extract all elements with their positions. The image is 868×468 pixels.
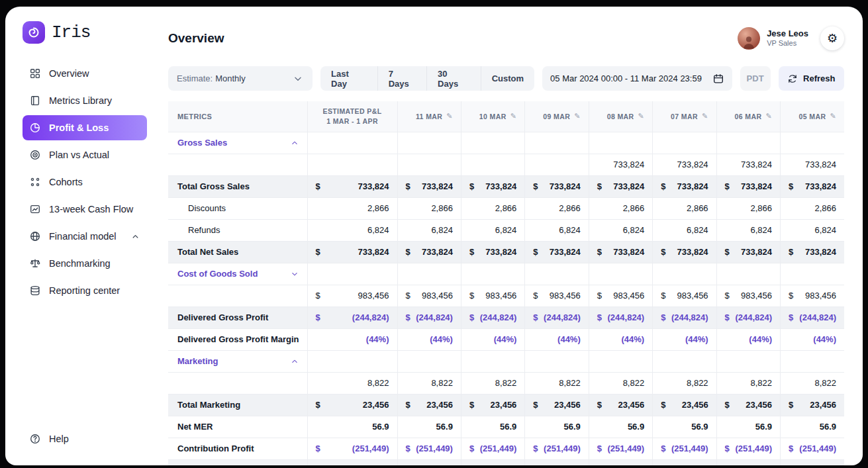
- cell: (44%): [525, 328, 589, 350]
- sidebar-item-metrics-library[interactable]: Metrics Library: [23, 88, 147, 113]
- sidebar-item-financial-model[interactable]: Financial model: [23, 224, 147, 249]
- cell: $733,824: [653, 175, 716, 197]
- sidebar-item-profit-loss[interactable]: Profit & Loss: [23, 115, 147, 140]
- table-row-values: 8,8228,8228,8228,8228,8228,8228,8228,822: [168, 372, 844, 394]
- sidebar-item-reporting-center[interactable]: Reporting center: [23, 278, 147, 303]
- avatar: [738, 27, 760, 50]
- pie-icon: [29, 122, 41, 134]
- cell: $733,824: [307, 175, 397, 197]
- cell: $(244,824): [716, 306, 780, 328]
- chevron-down-icon: [292, 73, 304, 85]
- cell: 8,822: [716, 372, 780, 394]
- metric-label: Total Marketing: [168, 394, 307, 416]
- range-30-days-button[interactable]: 30 Days: [426, 66, 481, 91]
- table-row-delivered-gross-profit: Delivered Gross Profit$(244,824)$(244,82…: [168, 306, 844, 328]
- cell: [653, 132, 716, 154]
- cell: $(244,824): [461, 306, 524, 328]
- section-label[interactable]: Marketing: [177, 356, 218, 366]
- cell: $23,456: [397, 394, 461, 416]
- column-header-06-mar: 06 MAR✎: [716, 101, 780, 132]
- chevron-up-icon[interactable]: [290, 357, 299, 366]
- user-menu[interactable]: Jese Leos VP Sales: [738, 27, 808, 50]
- edit-column-icon[interactable]: ✎: [510, 112, 517, 120]
- main-content: Overview Jese Leos VP Sales ⚙ Est: [155, 7, 863, 465]
- cell: $(45.8%): [653, 459, 716, 465]
- cell: $(244,824): [307, 306, 397, 328]
- chevron-down-icon[interactable]: [290, 269, 299, 279]
- cell: $(251,449): [589, 438, 652, 459]
- edit-column-icon[interactable]: ✎: [446, 112, 453, 120]
- column-header-10-mar: 10 MAR✎: [461, 101, 524, 132]
- settings-button[interactable]: ⚙: [820, 26, 844, 50]
- brand-logo[interactable]: Iris: [23, 21, 147, 44]
- range-7-days-button[interactable]: 7 Days: [377, 66, 426, 91]
- range-custom-button[interactable]: Custom: [481, 66, 534, 91]
- metric-label: [168, 154, 307, 175]
- cell: $733,824: [397, 241, 461, 263]
- refresh-button[interactable]: Refresh: [779, 66, 845, 91]
- cell: 733,824: [781, 154, 844, 175]
- cell: $(251,449): [307, 438, 397, 459]
- sidebar-item-cohorts[interactable]: Cohorts: [23, 169, 147, 195]
- estimate-select[interactable]: Estimate: Monthly: [168, 66, 313, 91]
- cell: 6,824: [397, 219, 461, 241]
- cell: $23,456: [589, 394, 652, 416]
- cell: 8,822: [461, 372, 524, 394]
- book-icon: [29, 95, 41, 107]
- cell: $23,456: [781, 394, 844, 416]
- cell: $733,824: [307, 241, 397, 263]
- sidebar-item-benchmarking[interactable]: Benchmarking: [23, 251, 147, 276]
- range-segmented-control: Last Day7 Days30 DaysCustom: [320, 66, 534, 91]
- cell: $733,824: [781, 175, 844, 197]
- sidebar-item-13-week-cash-flow[interactable]: 13-week Cash Flow: [23, 197, 147, 222]
- section-row-marketing: Marketing: [168, 350, 844, 372]
- cell: 56.9: [716, 416, 780, 438]
- cell: $(251,449): [716, 438, 780, 459]
- edit-column-icon[interactable]: ✎: [830, 112, 836, 120]
- timezone-button[interactable]: PDT: [740, 66, 771, 91]
- sidebar-item-label: Plan vs Actual: [49, 150, 109, 160]
- cell: $(244,824): [653, 306, 716, 328]
- edit-column-icon[interactable]: ✎: [765, 112, 772, 120]
- cell: 56.9: [461, 416, 524, 438]
- cell: [525, 132, 589, 154]
- cell: 2,866: [716, 197, 780, 219]
- cell: $(251,449): [653, 438, 716, 459]
- cell: (44%): [781, 328, 844, 350]
- cell: [589, 263, 652, 285]
- gear-icon: ⚙: [827, 31, 838, 46]
- cell: $733,824: [716, 241, 780, 263]
- cell: 733,824: [589, 154, 652, 175]
- range-last-day-button[interactable]: Last Day: [320, 66, 377, 91]
- section-label[interactable]: Gross Sales: [177, 138, 227, 148]
- cell: $733,824: [461, 241, 524, 263]
- chevron-up-icon[interactable]: [290, 138, 299, 148]
- cell: [589, 350, 652, 372]
- sidebar-item-overview[interactable]: Overview: [23, 61, 147, 86]
- edit-column-icon[interactable]: ✎: [638, 112, 645, 120]
- cell: $733,824: [397, 175, 461, 197]
- table-row-refunds: Refunds6,8246,8246,8246,8246,8246,8246,8…: [168, 219, 844, 241]
- refresh-label: Refresh: [803, 73, 835, 83]
- cell: [781, 132, 844, 154]
- edit-column-icon[interactable]: ✎: [574, 112, 581, 120]
- sidebar-item-plan-vs-actual[interactable]: Plan vs Actual: [23, 142, 147, 167]
- sidebar-item-help[interactable]: Help: [23, 426, 147, 451]
- cell: $(45.8%): [589, 459, 652, 465]
- cell: $733,824: [525, 175, 589, 197]
- cell: (44%): [716, 328, 780, 350]
- cell: $983,456: [461, 285, 524, 306]
- metric-label: [168, 372, 307, 394]
- cell: 56.9: [589, 416, 652, 438]
- date-range-picker[interactable]: 05 Mar 2024 00:00 - 11 Mar 2024 23:59: [542, 66, 732, 91]
- estimate-value: Monthly: [215, 73, 246, 83]
- edit-column-icon[interactable]: ✎: [702, 112, 708, 120]
- cell: 733,824: [716, 154, 780, 175]
- cell: [653, 350, 716, 372]
- cell: $983,456: [525, 285, 589, 306]
- cell: 56.9: [653, 416, 716, 438]
- help-icon: [29, 433, 41, 445]
- table-row-values: 733,824733,824733,824733,824: [168, 154, 844, 175]
- section-label[interactable]: Cost of Goods Sold: [177, 269, 258, 279]
- chevron-up-icon: [130, 232, 140, 242]
